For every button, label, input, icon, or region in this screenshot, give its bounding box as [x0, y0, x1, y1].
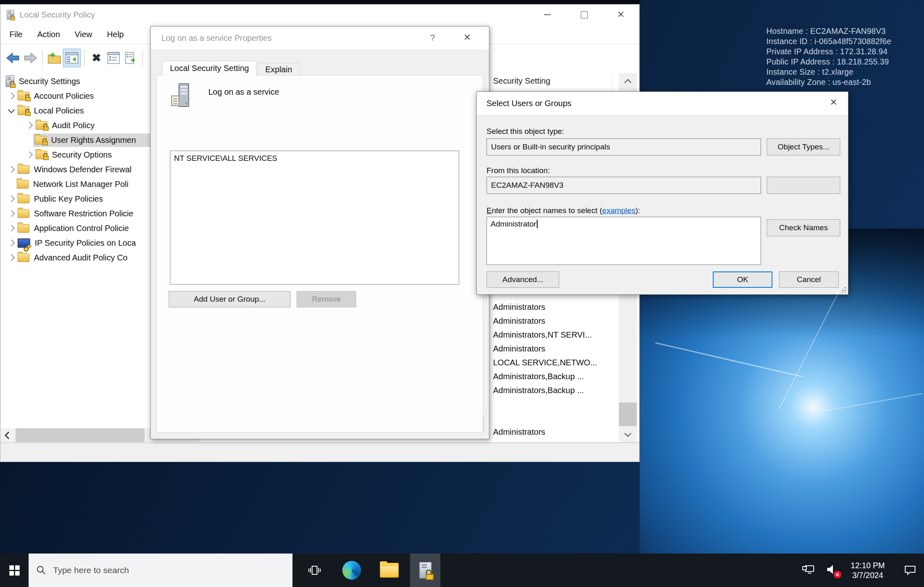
scroll-down-button[interactable] — [619, 426, 637, 442]
clock-time: 12:10 PM — [851, 560, 885, 570]
search-input[interactable] — [52, 565, 230, 576]
chevron-right-icon[interactable] — [26, 151, 33, 158]
taskbar-clock[interactable]: 12:10 PM 3/7/2024 — [851, 560, 885, 580]
member-item[interactable]: NT SERVICE\ALL SERVICES — [174, 154, 455, 163]
scroll-left-button[interactable] — [1, 428, 14, 442]
help-icon[interactable]: ? — [430, 33, 435, 42]
policy-name: Log on as a service — [208, 87, 279, 97]
menu-help[interactable]: Help — [107, 30, 124, 39]
cancel-button[interactable]: Cancel — [779, 271, 839, 288]
maximize-button[interactable] — [566, 4, 603, 25]
policy-icon — [170, 83, 193, 111]
close-button[interactable]: ✕ — [603, 4, 639, 25]
folder-icon — [18, 253, 29, 262]
object-type-field[interactable]: Users or Built-in security principals — [487, 138, 761, 156]
info-instance-size: Instance Size : t2.xlarge — [766, 67, 891, 77]
tab-explain[interactable]: Explain — [257, 63, 300, 76]
tree-item-label: Security Options — [52, 150, 112, 160]
tab-page: Log on as a service NT SERVICE\ALL SERVI… — [156, 75, 483, 433]
list-item[interactable]: Administrators,NT SERVI... — [493, 328, 618, 342]
edge-browser-icon[interactable] — [342, 561, 361, 580]
chevron-right-icon[interactable] — [8, 225, 15, 232]
taskbar-search[interactable] — [29, 554, 292, 587]
export-folder-icon[interactable] — [46, 49, 63, 67]
list-item[interactable]: Administrators — [493, 425, 618, 439]
object-names-label: Enter the object names to select (exampl… — [487, 206, 640, 215]
object-type-label: Select this object type: — [487, 127, 564, 136]
folder-icon — [17, 180, 29, 189]
close-icon[interactable]: ✕ — [830, 97, 837, 108]
add-user-or-group-button[interactable]: Add User or Group... — [169, 291, 290, 307]
folder-icon — [18, 195, 29, 203]
start-button[interactable] — [0, 554, 29, 587]
scrollbar-thumb[interactable] — [16, 428, 145, 442]
chevron-right-icon[interactable] — [8, 93, 15, 100]
object-names-label-suffix: ): — [635, 206, 640, 215]
tree-item-label: Advanced Audit Policy Co — [34, 253, 127, 262]
action-center-icon[interactable] — [904, 565, 917, 576]
list-item[interactable]: Administrators — [493, 300, 618, 314]
network-icon[interactable] — [802, 565, 815, 576]
resize-grip[interactable] — [840, 287, 846, 293]
taskbar — [0, 554, 924, 587]
console-tree-toggle-icon[interactable] — [63, 49, 81, 67]
tree-item-label: Security Settings — [19, 77, 80, 86]
locations-button[interactable]: EC2AMAZ-FAN98V3Check NamesAdvanced... — [767, 177, 840, 194]
list-item[interactable]: Administrators — [493, 342, 618, 356]
scroll-up-button[interactable] — [619, 73, 637, 89]
task-view-button[interactable] — [305, 564, 324, 576]
forward-icon[interactable] — [22, 49, 39, 67]
chevron-right-icon[interactable] — [8, 196, 15, 202]
column-header-security-setting[interactable]: Security Setting — [493, 76, 550, 86]
folder-icon — [18, 224, 29, 233]
volume-icon[interactable]: ✕ — [826, 564, 838, 577]
location-label: From this location: — [487, 166, 550, 175]
dialog-titlebar[interactable]: Log on as a service Properties ? ✕ — [151, 27, 489, 49]
chevron-right-icon[interactable] — [8, 210, 15, 217]
advanced-button[interactable]: Advanced... — [487, 271, 559, 288]
chevron-right-icon[interactable] — [26, 122, 33, 129]
delete-icon[interactable]: ✖ — [88, 49, 105, 67]
file-explorer-icon[interactable] — [380, 563, 399, 578]
tree-item-label: Public Key Policies — [34, 194, 103, 204]
list-item[interactable]: Administrators,Backup ... — [493, 369, 618, 383]
scrollbar-thumb[interactable] — [619, 402, 637, 429]
ok-button[interactable]: OK — [713, 271, 772, 288]
properties-list-icon[interactable] — [105, 49, 122, 67]
minimize-button[interactable] — [529, 4, 566, 25]
dialog-title: Select Users or Groups — [487, 99, 571, 108]
object-names-input[interactable]: Administrator — [487, 217, 761, 265]
folder-lock-icon — [18, 107, 29, 115]
list-item[interactable]: LOCAL SERVICE,NETWO... — [493, 356, 618, 369]
chevron-right-icon[interactable] — [8, 240, 15, 247]
chevron-down-icon[interactable] — [8, 107, 15, 113]
chevron-right-icon[interactable] — [8, 166, 15, 173]
check-names-button[interactable]: Check Names — [767, 219, 840, 236]
ip-security-icon — [18, 238, 30, 248]
back-icon[interactable] — [4, 49, 22, 67]
menu-action[interactable]: Action — [37, 30, 60, 39]
folder-lock-icon — [18, 92, 29, 100]
close-icon[interactable]: ✕ — [464, 32, 471, 43]
clock-date: 3/7/2024 — [851, 570, 885, 580]
list-item[interactable]: Administrators — [493, 314, 618, 328]
tree-item-label: Application Control Policie — [34, 224, 129, 233]
object-types-button[interactable]: Object Types... — [767, 138, 840, 156]
status-bar — [1, 442, 639, 462]
chevron-right-icon[interactable] — [8, 254, 15, 261]
top-black-strip — [0, 0, 640, 4]
menu-file[interactable]: File — [9, 30, 22, 39]
tab-local-security-setting[interactable]: Local Security Setting — [162, 61, 257, 76]
dialog-titlebar[interactable]: Select Users or Groups ✕ — [477, 92, 848, 115]
tree-item-label: Windows Defender Firewal — [34, 165, 132, 174]
menu-view[interactable]: View — [75, 30, 92, 39]
window-titlebar[interactable]: Local Security Policy ✕ — [0, 4, 639, 25]
column-divider[interactable] — [612, 73, 613, 91]
location-field[interactable]: EC2AMAZ-FAN98V3 — [487, 177, 761, 194]
list-item[interactable]: Administrators,Backup ... — [493, 383, 618, 397]
export-list-icon[interactable] — [122, 49, 139, 67]
members-listbox[interactable]: NT SERVICE\ALL SERVICES — [170, 151, 459, 285]
local-security-policy-taskbar-button[interactable] — [410, 554, 440, 587]
desktop: { "desktop": { "info_lines": [ "Hostname… — [0, 0, 924, 587]
examples-link[interactable]: examples — [602, 206, 635, 215]
